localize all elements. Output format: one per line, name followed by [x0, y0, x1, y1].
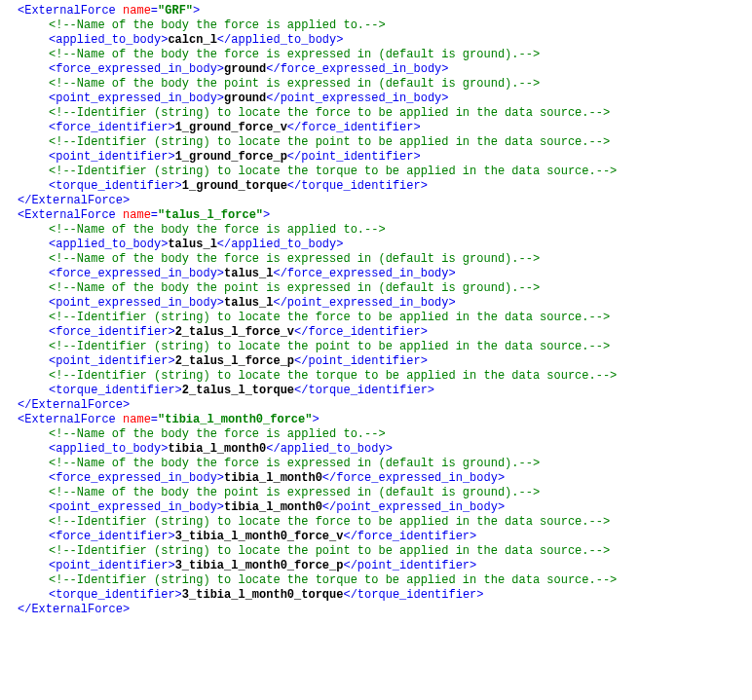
code-line: <point_expressed_in_body>talus_l</point_… — [4, 296, 748, 311]
code-line: <point_identifier>2_talus_l_force_p</poi… — [4, 354, 748, 369]
code-line: <torque_identifier>1_ground_torque</torq… — [4, 179, 748, 194]
code-line: <force_identifier>2_talus_l_force_v</for… — [4, 325, 748, 340]
code-line: <applied_to_body>calcn_l</applied_to_bod… — [4, 33, 748, 48]
code-line: <point_expressed_in_body>ground</point_e… — [4, 92, 748, 106]
code-line: <force_identifier>3_tibia_l_month0_force… — [4, 530, 748, 544]
code-line: <applied_to_body>talus_l</applied_to_bod… — [4, 238, 748, 252]
code-line: <!--Name of the body the point is expres… — [4, 281, 748, 296]
code-line: <!--Identifier (string) to locate the po… — [4, 340, 748, 354]
code-line: <!--Name of the body the point is expres… — [4, 77, 748, 92]
code-line: <!--Identifier (string) to locate the fo… — [4, 515, 748, 530]
code-line: <!--Name of the body the force is applie… — [4, 427, 748, 442]
code-line: <!--Identifier (string) to locate the po… — [4, 135, 748, 150]
code-line: <point_identifier>1_ground_force_p</poin… — [4, 150, 748, 165]
code-line: <force_expressed_in_body>tibia_l_month0<… — [4, 471, 748, 486]
code-line: <ExternalForce name="tibia_l_month0_forc… — [4, 413, 748, 427]
code-line: <force_identifier>1_ground_force_v</forc… — [4, 121, 748, 135]
code-line: <!--Name of the body the force is applie… — [4, 18, 748, 33]
code-line: <ExternalForce name="talus_l_force"> — [4, 208, 748, 223]
code-line: </ExternalForce> — [4, 603, 748, 617]
code-line: <point_expressed_in_body>tibia_l_month0<… — [4, 500, 748, 515]
code-line: <!--Identifier (string) to locate the fo… — [4, 106, 748, 121]
code-line: <torque_identifier>3_tibia_l_month0_torq… — [4, 588, 748, 603]
code-line: <!--Name of the body the force is applie… — [4, 223, 748, 238]
code-line: <!--Name of the body the force is expres… — [4, 252, 748, 267]
code-line: <point_identifier>3_tibia_l_month0_force… — [4, 559, 748, 573]
xml-code-listing: <ExternalForce name="GRF"><!--Name of th… — [4, 4, 748, 617]
code-line: <!--Identifier (string) to locate the to… — [4, 369, 748, 384]
code-line: <ExternalForce name="GRF"> — [4, 4, 748, 18]
code-line: <force_expressed_in_body>talus_l</force_… — [4, 267, 748, 281]
code-line: <!--Identifier (string) to locate the to… — [4, 165, 748, 179]
code-line: <torque_identifier>2_talus_l_torque</tor… — [4, 384, 748, 398]
code-line: <!--Name of the body the force is expres… — [4, 48, 748, 62]
code-line: <!--Name of the body the force is expres… — [4, 457, 748, 471]
code-line: <!--Identifier (string) to locate the po… — [4, 544, 748, 559]
code-line: <!--Name of the body the point is expres… — [4, 486, 748, 500]
code-line: <!--Identifier (string) to locate the fo… — [4, 311, 748, 325]
code-line: </ExternalForce> — [4, 398, 748, 413]
code-line: <force_expressed_in_body>ground</force_e… — [4, 62, 748, 77]
code-line: <applied_to_body>tibia_l_month0</applied… — [4, 442, 748, 457]
code-line: </ExternalForce> — [4, 194, 748, 208]
code-line: <!--Identifier (string) to locate the to… — [4, 573, 748, 588]
